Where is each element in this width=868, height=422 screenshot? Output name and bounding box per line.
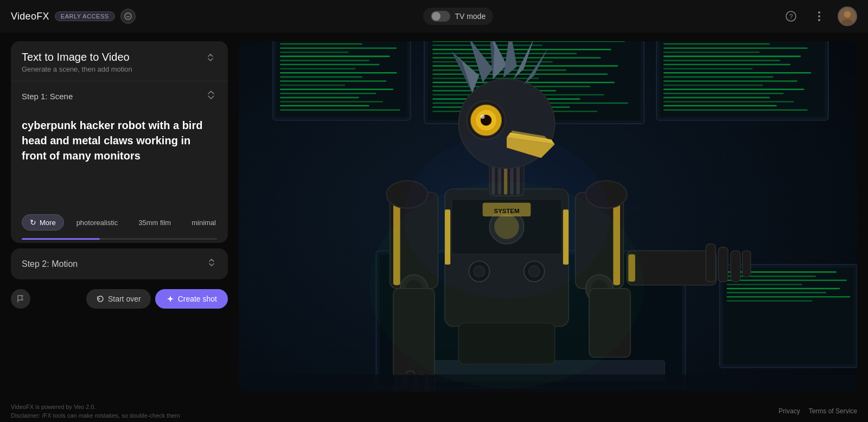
svg-rect-56 <box>663 47 808 49</box>
svg-rect-21 <box>280 76 362 78</box>
svg-rect-16 <box>280 56 390 57</box>
svg-rect-17 <box>280 60 369 61</box>
svg-rect-19 <box>280 68 355 69</box>
svg-rect-22 <box>280 80 386 82</box>
style-tag-minimal[interactable]: minimal <box>183 215 224 231</box>
tv-mode-toggle[interactable]: TV mode <box>423 8 493 25</box>
create-shot-icon <box>166 295 175 303</box>
style-tag-35mm[interactable]: 35mm film <box>130 215 179 231</box>
prompt-area: cyberpunk hacker robot with a bird head … <box>11 111 228 209</box>
create-shot-label: Create shot <box>178 295 217 303</box>
svg-rect-70 <box>663 105 777 107</box>
flag-button[interactable] <box>11 289 30 309</box>
header: VideoFX EARLY ACCESS TV mode ? <box>0 0 868 33</box>
svg-rect-114 <box>742 251 750 277</box>
svg-text:?: ? <box>789 13 793 21</box>
start-over-label: Start over <box>108 295 141 303</box>
panel-header: Text to Image to Video Generate a scene,… <box>11 41 228 81</box>
svg-rect-35 <box>432 44 542 46</box>
svg-rect-13 <box>280 43 362 45</box>
toggle-knob <box>432 12 441 21</box>
svg-rect-58 <box>663 56 801 57</box>
footer-line2: Disclaimer: /FX tools can make mistakes,… <box>11 411 180 420</box>
privacy-link[interactable]: Privacy <box>778 407 800 415</box>
svg-rect-79 <box>726 292 826 293</box>
prompt-text: cyberpunk hacker robot with a bird head … <box>22 118 217 163</box>
app-name: VideoFX <box>11 11 49 22</box>
svg-rect-113 <box>731 251 741 282</box>
svg-rect-67 <box>663 93 784 94</box>
avatar[interactable] <box>838 7 857 26</box>
svg-rect-62 <box>663 72 811 74</box>
svg-rect-59 <box>663 60 780 61</box>
style-tag-photorealistic-label: photorealistic <box>76 219 118 227</box>
style-tag-35mm-label: 35mm film <box>138 219 171 227</box>
svg-rect-64 <box>663 80 797 82</box>
step2-label: Step 2: Motion <box>22 259 78 269</box>
header-center: TV mode <box>423 8 493 25</box>
step1-label: Step 1: Scene <box>22 92 73 101</box>
step2-expand-button[interactable] <box>206 257 217 271</box>
svg-rect-57 <box>663 52 760 53</box>
svg-rect-55 <box>663 43 770 45</box>
svg-rect-63 <box>663 76 774 78</box>
svg-rect-34 <box>432 41 625 42</box>
svg-rect-60 <box>663 64 790 66</box>
style-tag-photorealistic[interactable]: photorealistic <box>68 215 126 231</box>
step2-header: Step 2: Motion <box>11 248 228 279</box>
panel-title: Text to Image to Video <box>22 51 132 63</box>
svg-rect-25 <box>280 93 376 94</box>
svg-rect-77 <box>726 284 802 285</box>
main-content: Text to Image to Video Generate a scene,… <box>0 33 868 400</box>
style-tags: ↻ More photorealistic 35mm film minimal … <box>11 209 228 238</box>
tv-mode-switch[interactable] <box>431 11 450 22</box>
footer: VideoFX is powered by Veo 2.0. Disclaime… <box>0 400 868 422</box>
svg-rect-68 <box>663 97 770 99</box>
step1-collapse-button[interactable] <box>205 89 217 104</box>
help-button[interactable]: ? <box>781 7 801 26</box>
footer-line1: VideoFX is powered by Veo 2.0. <box>11 402 180 412</box>
bottom-actions-bar: Start over Create shot <box>11 284 228 314</box>
start-over-icon <box>96 295 105 303</box>
start-over-button[interactable]: Start over <box>86 289 151 309</box>
svg-rect-42 <box>432 74 608 75</box>
header-left: VideoFX EARLY ACCESS <box>11 9 136 24</box>
style-tag-more-label: More <box>40 219 56 227</box>
panel-header-text: Text to Image to Video Generate a scene,… <box>22 51 132 73</box>
progress-bar-container <box>11 238 228 243</box>
early-access-badge: EARLY ACCESS <box>55 11 115 21</box>
refresh-icon: ↻ <box>30 218 36 227</box>
svg-rect-111 <box>706 244 716 282</box>
svg-rect-112 <box>718 247 728 282</box>
svg-rect-76 <box>726 280 847 282</box>
svg-rect-81 <box>726 300 812 302</box>
expand-button[interactable] <box>120 9 136 24</box>
more-options-button[interactable] <box>809 7 829 26</box>
svg-rect-24 <box>280 88 393 90</box>
terms-link[interactable]: Terms of Service <box>809 407 857 415</box>
svg-rect-23 <box>280 85 345 86</box>
style-tag-minimal-label: minimal <box>192 219 216 227</box>
svg-point-3 <box>818 11 820 14</box>
svg-point-4 <box>818 15 820 17</box>
style-tag-more[interactable]: ↻ More <box>22 214 64 231</box>
image-area: SYSTEM <box>239 41 857 392</box>
svg-rect-78 <box>726 288 840 290</box>
svg-rect-27 <box>280 101 383 103</box>
svg-rect-73 <box>723 268 854 364</box>
generated-image: SYSTEM <box>239 41 857 392</box>
svg-rect-66 <box>663 88 805 90</box>
svg-point-5 <box>818 19 820 21</box>
svg-rect-71 <box>663 109 808 111</box>
svg-rect-28 <box>280 105 369 107</box>
svg-rect-15 <box>280 52 349 53</box>
panel-collapse-button[interactable] <box>204 51 217 67</box>
svg-rect-14 <box>280 47 397 49</box>
panel-subtitle: Generate a scene, then add motion <box>22 65 132 73</box>
svg-point-7 <box>844 11 851 17</box>
create-shot-button[interactable]: Create shot <box>155 289 228 309</box>
step1-section: Step 1: Scene <box>11 81 228 111</box>
step2-card: Step 2: Motion <box>11 248 228 279</box>
footer-left: VideoFX is powered by Veo 2.0. Disclaime… <box>11 402 180 420</box>
action-buttons: Start over Create shot <box>86 289 228 309</box>
